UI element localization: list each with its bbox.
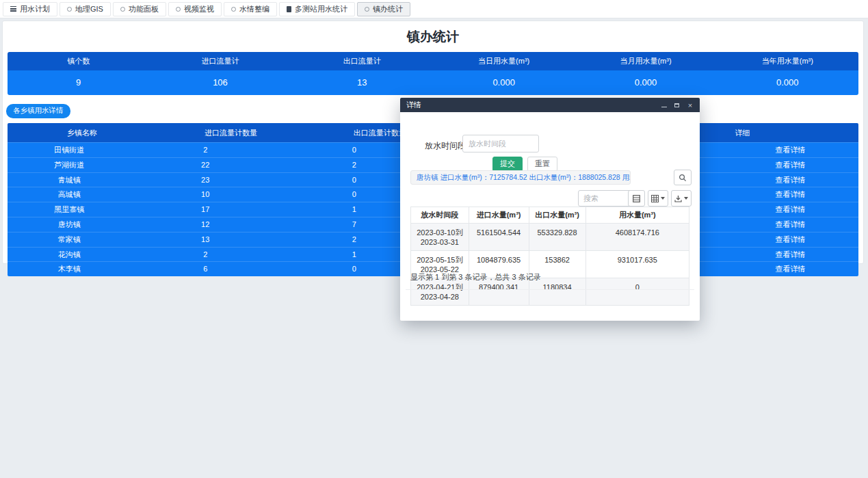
town-inlet-count: 23 <box>131 173 280 187</box>
nav-tab[interactable]: 用水计划 <box>3 2 57 16</box>
modal-column-header[interactable]: 放水时间段 <box>411 207 469 224</box>
nav-tab-label: 多测站用水统计 <box>295 4 347 14</box>
nav-tab[interactable]: 视频监视 <box>168 2 222 16</box>
toggle-view-button[interactable] <box>628 190 645 207</box>
summary-column-header: 当日用水量(m³) <box>433 52 575 70</box>
view-details-link[interactable]: 查看详情 <box>722 143 858 157</box>
table-toolbar <box>400 190 700 207</box>
summary-column-header: 镇个数 <box>8 52 149 70</box>
view-details-link[interactable]: 查看详情 <box>722 187 858 202</box>
nav-tab[interactable]: 多测站用水统计 <box>279 2 355 16</box>
period-input[interactable] <box>462 135 539 152</box>
minimize-icon[interactable] <box>661 103 667 107</box>
export-dropdown-button[interactable] <box>671 190 692 207</box>
outlet-volume-cell: 553329.828 <box>529 224 586 251</box>
usage-volume-cell: 4608174.716 <box>586 224 689 251</box>
town-inlet-count: 22 <box>131 158 280 172</box>
modal-column-header[interactable]: 出口水量(m³) <box>529 207 586 224</box>
circle-icon <box>365 7 369 12</box>
view-details-link[interactable]: 查看详情 <box>722 202 858 217</box>
reset-button[interactable]: 重置 <box>527 157 557 172</box>
summary-table-values: 9106130.0000.0000.000 <box>8 70 858 95</box>
period-field-label: 放水时间段 <box>425 140 466 152</box>
summary-column-header: 当月用水量(m³) <box>575 52 716 70</box>
summary-column-header: 出口流量计 <box>291 52 433 70</box>
summary-value: 106 <box>149 70 291 95</box>
town-inlet-count: 6 <box>131 262 280 276</box>
maximize-icon[interactable] <box>674 103 679 107</box>
modal-data-table: 放水时间段进口水量(m³)出口水量(m³)用水量(m³) 2023-03-10到… <box>410 207 689 306</box>
view-details-link[interactable]: 查看详情 <box>722 173 858 187</box>
details-modal: 详情 × 放水时间段 提交 重置 唐坊镇 进口水量(m³)：7125784.52… <box>400 98 700 321</box>
usage-volume-cell: 931017.635 <box>586 251 689 278</box>
summary-value: 0.000 <box>433 70 575 95</box>
town-name: 常家镇 <box>8 233 131 247</box>
toolbar-buttons <box>628 190 692 207</box>
columns-dropdown-button[interactable] <box>648 190 668 207</box>
summary-value: 0.000 <box>717 70 858 95</box>
nav-tab-label: 镇办统计 <box>373 4 403 14</box>
summary-value: 13 <box>291 70 433 95</box>
circle-icon <box>231 7 236 12</box>
view-details-link[interactable]: 查看详情 <box>722 248 858 262</box>
form-buttons: 提交 重置 <box>492 157 557 172</box>
top-nav: 用水计划 地理GIS 功能面板 视频监视 水情整编 <box>0 0 868 18</box>
summary-value: 0.000 <box>575 70 716 95</box>
modal-column-header[interactable]: 用水量(m³) <box>586 207 689 224</box>
town-inlet-count: 13 <box>131 233 280 247</box>
town-inlet-count: 17 <box>131 202 280 217</box>
summary-column-header: 进口流量计 <box>149 52 291 70</box>
view-details-link[interactable]: 查看详情 <box>722 233 858 247</box>
nav-tab[interactable]: 水情整编 <box>224 2 277 16</box>
table-row: 2023-03-10到2023-03-31 5161504.544 553329… <box>411 224 689 251</box>
nav-tab-label: 水情整编 <box>239 4 269 14</box>
modal-table-body: 2023-03-10到2023-03-31 5161504.544 553329… <box>411 224 689 306</box>
town-name: 唐坊镇 <box>8 217 131 232</box>
search-button[interactable] <box>674 170 692 185</box>
nav-tab[interactable]: 地理GIS <box>60 2 111 16</box>
town-inlet-count: 2 <box>131 143 280 157</box>
circle-icon <box>67 7 72 12</box>
chevron-down-icon <box>661 197 665 200</box>
list-icon <box>10 6 16 12</box>
nav-tab[interactable]: 镇办统计 <box>357 2 410 16</box>
nav-tab[interactable]: 功能面板 <box>113 2 166 16</box>
towns-column-header: 详细 <box>735 123 750 142</box>
view-details-link[interactable]: 查看详情 <box>722 262 858 276</box>
modal-column-header[interactable]: 进口水量(m³) <box>469 207 529 224</box>
town-inlet-count: 10 <box>131 187 280 202</box>
chevron-down-icon <box>684 197 688 200</box>
view-details-link[interactable]: 查看详情 <box>722 158 858 172</box>
town-inlet-count: 2 <box>131 248 280 262</box>
towns-column-header: 进口流量计数量 <box>157 123 306 142</box>
towns-section-badge: 各乡镇用水详情 <box>6 104 70 118</box>
toggle-view-icon <box>633 195 640 202</box>
record-count-status: 显示第 1 到第 3 条记录，总共 3 条记录 <box>410 272 541 282</box>
town-name: 芦湖街道 <box>8 158 131 172</box>
circle-icon <box>120 7 125 12</box>
town-name: 黑里寨镇 <box>8 202 131 217</box>
modal-body: 放水时间段 提交 重置 唐坊镇 进口水量(m³)：7125784.52 出口水量… <box>400 112 700 321</box>
modal-table-header: 放水时间段进口水量(m³)出口水量(m³)用水量(m³) <box>411 207 689 224</box>
window-controls: × <box>661 102 694 109</box>
summary-value: 9 <box>8 70 149 95</box>
town-name: 花沟镇 <box>8 248 131 262</box>
towns-column-header: 乡镇名称 <box>8 123 157 142</box>
view-details-link[interactable]: 查看详情 <box>722 217 858 232</box>
summary-table-header: 镇个数进口流量计出口流量计当日用水量(m³)当月用水量(m³)当年用水量(m³) <box>8 52 858 70</box>
columns-icon <box>651 195 659 202</box>
divider <box>406 289 694 290</box>
export-icon <box>674 195 682 202</box>
modal-title: 详情 <box>406 100 421 110</box>
town-name: 木李镇 <box>8 262 131 276</box>
summary-table: 镇个数进口流量计出口流量计当日用水量(m³)当月用水量(m³)当年用水量(m³)… <box>8 52 858 95</box>
submit-button[interactable]: 提交 <box>492 157 523 172</box>
nav-tab-label: 功能面板 <box>129 4 159 14</box>
modal-titlebar[interactable]: 详情 × <box>400 98 700 112</box>
usage-volume-cell: 0 <box>586 278 689 306</box>
magnifier-icon <box>679 174 687 182</box>
close-icon[interactable]: × <box>687 102 694 109</box>
nav-tab-label: 地理GIS <box>75 4 103 14</box>
period-cell: 2023-03-10到2023-03-31 <box>411 224 469 251</box>
cabinet-icon <box>287 6 291 12</box>
